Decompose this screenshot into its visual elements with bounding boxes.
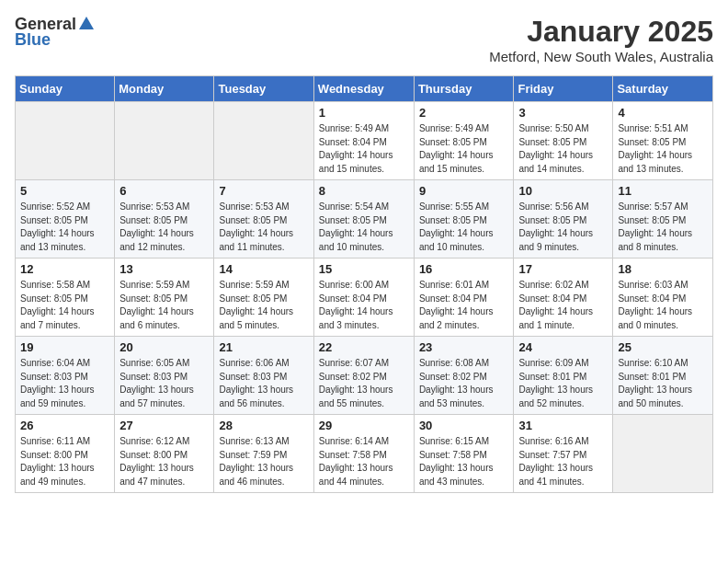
day-number: 28 (219, 419, 308, 432)
table-row: 11Sunrise: 5:57 AM Sunset: 8:05 PM Dayli… (613, 180, 713, 259)
day-number: 25 (618, 340, 708, 354)
table-row: 27Sunrise: 6:12 AM Sunset: 8:00 PM Dayli… (115, 415, 214, 493)
day-number: 20 (119, 340, 209, 354)
location-subtitle: Metford, New South Wales, Australia (489, 49, 713, 64)
day-number: 24 (518, 340, 608, 354)
day-number: 17 (518, 262, 608, 276)
calendar-week-row: 1Sunrise: 5:49 AM Sunset: 8:04 PM Daylig… (16, 102, 713, 180)
table-row: 31Sunrise: 6:16 AM Sunset: 7:57 PM Dayli… (514, 415, 613, 493)
table-row: 16Sunrise: 6:01 AM Sunset: 8:04 PM Dayli… (414, 259, 514, 337)
day-number: 19 (20, 340, 109, 354)
day-detail: Sunrise: 5:53 AM Sunset: 8:05 PM Dayligh… (219, 201, 308, 254)
day-detail: Sunrise: 5:49 AM Sunset: 8:04 PM Dayligh… (319, 122, 409, 176)
table-row: 8Sunrise: 5:54 AM Sunset: 8:05 PM Daylig… (313, 180, 414, 259)
header-friday: Friday (514, 76, 613, 102)
table-row: 13Sunrise: 5:59 AM Sunset: 8:05 PM Dayli… (115, 259, 214, 337)
month-year-title: January 2025 (489, 15, 713, 49)
calendar-week-row: 26Sunrise: 6:11 AM Sunset: 8:00 PM Dayli… (16, 415, 713, 493)
table-row (613, 415, 713, 493)
day-detail: Sunrise: 5:57 AM Sunset: 8:05 PM Dayligh… (618, 201, 708, 254)
day-detail: Sunrise: 6:05 AM Sunset: 8:03 PM Dayligh… (119, 357, 209, 410)
day-number: 2 (419, 106, 509, 120)
header-thursday: Thursday (414, 76, 514, 102)
day-detail: Sunrise: 6:08 AM Sunset: 8:02 PM Dayligh… (419, 357, 509, 410)
table-row: 12Sunrise: 5:58 AM Sunset: 8:05 PM Dayli… (16, 259, 115, 337)
table-row: 1Sunrise: 5:49 AM Sunset: 8:04 PM Daylig… (313, 102, 414, 180)
day-number: 27 (119, 419, 209, 432)
table-row: 18Sunrise: 6:03 AM Sunset: 8:04 PM Dayli… (613, 259, 713, 337)
table-row: 15Sunrise: 6:00 AM Sunset: 8:04 PM Dayli… (313, 259, 414, 337)
table-row: 21Sunrise: 6:06 AM Sunset: 8:03 PM Dayli… (214, 337, 313, 415)
header-monday: Monday (115, 76, 214, 102)
day-detail: Sunrise: 6:12 AM Sunset: 8:00 PM Dayligh… (119, 435, 209, 488)
table-row: 26Sunrise: 6:11 AM Sunset: 8:00 PM Dayli… (16, 415, 115, 493)
header-tuesday: Tuesday (214, 76, 313, 102)
table-row: 7Sunrise: 5:53 AM Sunset: 8:05 PM Daylig… (214, 180, 313, 259)
table-row: 25Sunrise: 6:10 AM Sunset: 8:01 PM Dayli… (613, 337, 713, 415)
day-detail: Sunrise: 6:14 AM Sunset: 7:58 PM Dayligh… (319, 435, 409, 488)
day-detail: Sunrise: 5:58 AM Sunset: 8:05 PM Dayligh… (20, 279, 109, 332)
day-detail: Sunrise: 5:54 AM Sunset: 8:05 PM Dayligh… (319, 201, 409, 254)
day-number: 6 (119, 184, 209, 198)
day-number: 3 (518, 106, 608, 120)
day-detail: Sunrise: 5:53 AM Sunset: 8:05 PM Dayligh… (119, 201, 209, 254)
day-detail: Sunrise: 5:55 AM Sunset: 8:05 PM Dayligh… (419, 201, 509, 254)
table-row: 23Sunrise: 6:08 AM Sunset: 8:02 PM Dayli… (414, 337, 514, 415)
calendar-week-row: 5Sunrise: 5:52 AM Sunset: 8:05 PM Daylig… (16, 180, 713, 259)
day-detail: Sunrise: 6:11 AM Sunset: 8:00 PM Dayligh… (20, 435, 109, 488)
table-row (214, 102, 313, 180)
table-row: 6Sunrise: 5:53 AM Sunset: 8:05 PM Daylig… (115, 180, 214, 259)
day-number: 7 (219, 184, 308, 198)
day-number: 15 (319, 262, 409, 276)
logo-blue-text: Blue (15, 30, 51, 50)
day-detail: Sunrise: 6:16 AM Sunset: 7:57 PM Dayligh… (518, 435, 608, 488)
table-row: 3Sunrise: 5:50 AM Sunset: 8:05 PM Daylig… (514, 102, 613, 180)
table-row: 19Sunrise: 6:04 AM Sunset: 8:03 PM Dayli… (16, 337, 115, 415)
day-number: 13 (119, 262, 209, 276)
day-detail: Sunrise: 5:52 AM Sunset: 8:05 PM Dayligh… (20, 201, 109, 254)
table-row: 2Sunrise: 5:49 AM Sunset: 8:05 PM Daylig… (414, 102, 514, 180)
day-detail: Sunrise: 6:03 AM Sunset: 8:04 PM Dayligh… (618, 279, 708, 332)
day-detail: Sunrise: 5:56 AM Sunset: 8:05 PM Dayligh… (518, 201, 608, 254)
table-row: 29Sunrise: 6:14 AM Sunset: 7:58 PM Dayli… (313, 415, 414, 493)
day-detail: Sunrise: 6:15 AM Sunset: 7:58 PM Dayligh… (419, 435, 509, 488)
day-detail: Sunrise: 5:50 AM Sunset: 8:05 PM Dayligh… (518, 122, 608, 176)
day-number: 1 (319, 106, 409, 120)
day-number: 11 (618, 184, 708, 198)
day-number: 22 (319, 340, 409, 354)
day-detail: Sunrise: 5:49 AM Sunset: 8:05 PM Dayligh… (419, 122, 509, 176)
day-detail: Sunrise: 6:09 AM Sunset: 8:01 PM Dayligh… (518, 357, 608, 410)
table-row: 28Sunrise: 6:13 AM Sunset: 7:59 PM Dayli… (214, 415, 313, 493)
calendar-week-row: 19Sunrise: 6:04 AM Sunset: 8:03 PM Dayli… (16, 337, 713, 415)
table-row: 20Sunrise: 6:05 AM Sunset: 8:03 PM Dayli… (115, 337, 214, 415)
header-sunday: Sunday (16, 76, 115, 102)
day-number: 14 (219, 262, 308, 276)
day-number: 23 (419, 340, 509, 354)
table-row: 14Sunrise: 5:59 AM Sunset: 8:05 PM Dayli… (214, 259, 313, 337)
day-number: 26 (20, 419, 109, 432)
table-row: 5Sunrise: 5:52 AM Sunset: 8:05 PM Daylig… (16, 180, 115, 259)
day-number: 29 (319, 419, 409, 432)
day-detail: Sunrise: 5:51 AM Sunset: 8:05 PM Dayligh… (618, 122, 708, 176)
logo-triangle-icon (79, 17, 94, 33)
day-number: 18 (618, 262, 708, 276)
page-header: General Blue January 2025 Metford, New S… (15, 15, 713, 64)
day-number: 21 (219, 340, 308, 354)
day-detail: Sunrise: 6:01 AM Sunset: 8:04 PM Dayligh… (419, 279, 509, 332)
day-detail: Sunrise: 5:59 AM Sunset: 8:05 PM Dayligh… (119, 279, 209, 332)
logo: General Blue (15, 15, 94, 50)
day-detail: Sunrise: 6:02 AM Sunset: 8:04 PM Dayligh… (518, 279, 608, 332)
day-number: 12 (20, 262, 109, 276)
day-number: 30 (419, 419, 509, 432)
table-row: 10Sunrise: 5:56 AM Sunset: 8:05 PM Dayli… (514, 180, 613, 259)
table-row: 4Sunrise: 5:51 AM Sunset: 8:05 PM Daylig… (613, 102, 713, 180)
day-detail: Sunrise: 6:04 AM Sunset: 8:03 PM Dayligh… (20, 357, 109, 410)
header-saturday: Saturday (613, 76, 713, 102)
day-detail: Sunrise: 6:00 AM Sunset: 8:04 PM Dayligh… (319, 279, 409, 332)
day-number: 5 (20, 184, 109, 198)
table-row: 17Sunrise: 6:02 AM Sunset: 8:04 PM Dayli… (514, 259, 613, 337)
table-row: 9Sunrise: 5:55 AM Sunset: 8:05 PM Daylig… (414, 180, 514, 259)
svg-marker-0 (79, 17, 94, 29)
day-detail: Sunrise: 5:59 AM Sunset: 8:05 PM Dayligh… (219, 279, 308, 332)
day-detail: Sunrise: 6:13 AM Sunset: 7:59 PM Dayligh… (219, 435, 308, 488)
